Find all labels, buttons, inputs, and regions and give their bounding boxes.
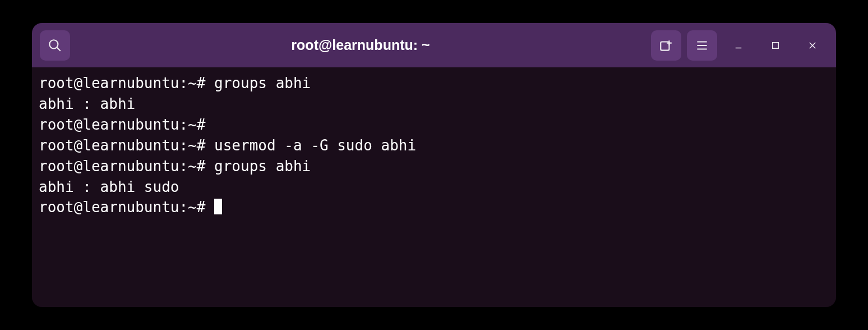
terminal-body[interactable]: root@learnubuntu:~# groups abhi abhi : a… <box>32 67 836 307</box>
search-button[interactable] <box>40 30 70 61</box>
terminal-line: root@learnubuntu:~# groups abhi <box>39 73 829 94</box>
maximize-icon <box>770 40 781 51</box>
svg-rect-9 <box>773 42 779 48</box>
maximize-button[interactable] <box>760 30 791 61</box>
svg-point-0 <box>49 40 58 48</box>
new-tab-button[interactable] <box>651 30 681 61</box>
minimize-button[interactable] <box>723 30 754 61</box>
terminal-line: abhi : abhi sudo <box>39 177 829 198</box>
terminal-line: abhi : abhi <box>39 94 829 114</box>
hamburger-icon <box>695 38 709 53</box>
terminal-line: root@learnubuntu:~# <box>39 197 829 218</box>
minimize-icon <box>733 40 744 51</box>
terminal-line: root@learnubuntu:~# usermod -a -G sudo a… <box>39 135 829 156</box>
terminal-line: root@learnubuntu:~# groups abhi <box>39 156 829 177</box>
close-button[interactable] <box>797 30 828 61</box>
terminal-line: root@learnubuntu:~# <box>39 114 829 135</box>
prompt-text: root@learnubuntu:~# <box>39 199 214 216</box>
new-tab-icon <box>659 38 673 53</box>
search-icon <box>48 38 62 53</box>
cursor <box>214 199 222 214</box>
terminal-window: root@learnubuntu: ~ <box>32 23 836 307</box>
window-title: root@learnubuntu: ~ <box>76 37 645 53</box>
titlebar-right-group <box>651 30 828 61</box>
svg-line-1 <box>57 47 61 51</box>
close-icon <box>807 40 818 51</box>
titlebar: root@learnubuntu: ~ <box>32 23 836 67</box>
menu-button[interactable] <box>687 30 717 61</box>
